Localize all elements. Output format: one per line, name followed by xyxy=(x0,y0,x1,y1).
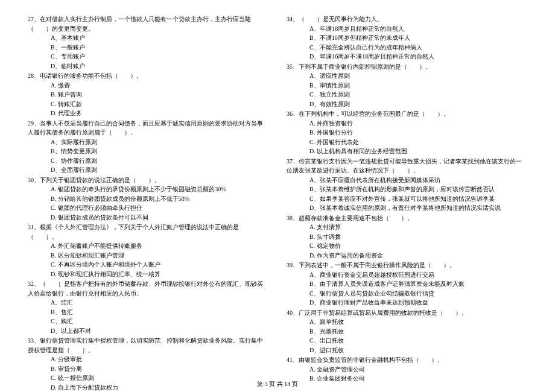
option: D、年满16周岁不满18周岁且精神正常的自然人 xyxy=(309,52,527,62)
option-list: A、商业银行资金交易员超越授权范围进行交易B、由于清算人员失误造成客户证券清算资… xyxy=(287,270,527,308)
question-stem: 27、在对借款人实行主办行制后，一个借款人只能有一个贷款主办行，主办行应当随（ … xyxy=(28,14,268,33)
option: B. 头寸调拨 xyxy=(309,232,527,242)
option-list: A. 银团贷款的牵头行的承贷份额原则上不少于银团融资总额的30%B. 分销给其他… xyxy=(28,185,268,222)
option: D. 以上机构具有相同的业务经营范围 xyxy=(309,147,527,156)
option: B、不满10周岁但精神正常的未成年人 xyxy=(309,33,527,43)
option: A、年满18周岁且精神正常的自然人 xyxy=(309,24,527,34)
option: D、进口托收 xyxy=(309,346,527,355)
option-list: A、适应性原则B、审慎性原则C、独立性原则D、有效性原则 xyxy=(287,71,527,109)
option-list: A. 支付清算B. 头寸调拨C. 稳定物价D. 作为资产运用的备用资金 xyxy=(287,223,527,260)
option: D、有效性原则 xyxy=(309,100,527,109)
option: D. 现钞和现汇执行相同的汇率、统一核算 xyxy=(51,270,268,279)
option: A. 分级审批 xyxy=(51,355,268,364)
option: C、如果李某答应不对外宣传，张某就可以将他所知道的情况告诉李某 xyxy=(309,194,527,204)
question-stem: 41、由银监会负责监管的非银行金融机构不包括（ ）。 xyxy=(287,355,527,365)
question-stem: 40、广泛用于非贸易结算或贸易从属费用的收款的托收是（ ）。 xyxy=(287,308,527,318)
option-list: A、基本账户B、一般账户C、专用账户D、临时账户 xyxy=(28,33,268,71)
option: B、情势变更原则 xyxy=(51,147,268,156)
question-stem: 29、当事人不仅适当履行自己的合同债务，而且应基于诚实信用原则的要求协助对方当事… xyxy=(28,119,268,138)
option: C. 银团的代理行必须由牵头行担任 xyxy=(51,203,268,213)
option: C、购汇 xyxy=(51,317,268,326)
two-column-layout: 27、在对借款人实行主办行制后，一个借款人只能有一个贷款主办行，主办行应当随（ … xyxy=(28,14,527,392)
option: B、光票托收 xyxy=(309,327,527,337)
option: B、审慎性原则 xyxy=(309,81,527,90)
question: 27、在对借款人实行主办行制后，一个借款人只能有一个贷款主办行，主办行应当随（ … xyxy=(28,14,268,71)
option: A. 外商独资银行 xyxy=(309,119,527,128)
question: 39、下列表述中，一般不属于商业银行操作风险的是（ ）。A、商业银行资金交易员超… xyxy=(287,261,527,308)
option-list: A. 外汇储蓄账户不能提供转账服务B. 区分现钞和现汇账户管理C. 不再区分境内… xyxy=(28,241,268,279)
question: 30、下列关于银团贷款的说法正确的是（ ）。A. 银团贷款的牵头行的承贷份额原则… xyxy=(28,175,268,223)
option: B. 审贷分离 xyxy=(51,364,268,374)
option: B、售汇 xyxy=(51,308,268,317)
option: B. 区分现钞和现汇账户管理 xyxy=(51,251,268,261)
option-list: A、跟单托收B、光票托收C、出口托收D、进口托收 xyxy=(287,317,527,355)
option: C. 外国银行代表处 xyxy=(309,138,527,147)
question-stem: 35、下列不属于商业银行内部控制原则的是（ ）。 xyxy=(287,62,527,72)
option: C、银行信贷人员与贷款企业勾结骗取银行信贷 xyxy=(309,289,527,299)
option: C、不能完全辨认自己行为的成年精神病人 xyxy=(309,43,527,52)
question-stem: 33、银行信贷管理实行集中授权管理，以切实防范、控制和化解贷款业务风险。实行集中… xyxy=(28,336,268,355)
question-stem: 32、（ ）是指客户把持有的外币储蓄存款、外币现钞按银行对外公布的现汇、现钞买入… xyxy=(28,279,268,298)
question-stem: 28、电话银行的服务功能不包括（ ）。 xyxy=(28,71,268,81)
question: 29、当事人不仅适当履行自己的合同债务，而且应基于诚实信用原则的要求协助对方当事… xyxy=(28,119,268,175)
question: 37、传言某银行支行因为一笔违规批贷可能导致重大损失，记者李某找到他在该支行的一… xyxy=(287,157,527,213)
option: B. 外国银行分行 xyxy=(309,128,527,138)
option: A、商业银行资金交易员超越授权范围进行交易 xyxy=(309,270,527,280)
option: A、结汇 xyxy=(51,298,268,308)
question-stem: 37、传言某银行支行因为一笔违规批贷可能导致重大损失，记者李某找到他在该支行的一… xyxy=(287,157,527,175)
question: 36、在下列机构中，可以经营的业务范围最广的是（ ）。A. 外商独资银行B. 外… xyxy=(287,109,527,156)
question-stem: 36、在下列机构中，可以经营的业务范围最广的是（ ）。 xyxy=(287,109,527,119)
option: C. 不再区分境内个人账户和境外个人账户 xyxy=(51,260,268,270)
option: D、临时账户 xyxy=(51,62,268,71)
option: B. 账户咨询 xyxy=(51,90,268,100)
option: A、适应性原则 xyxy=(309,71,527,81)
option: A. 外汇储蓄账户不能提供转账服务 xyxy=(51,241,268,251)
option: A. 金融资产管理公司 xyxy=(309,365,527,375)
question: 31、根据《个人外汇管理办法》，下列关于个人外汇账户管理的说法中正确的是（ ）。… xyxy=(28,223,268,279)
left-column: 27、在对借款人实行主办行制后，一个借款人只能有一个贷款主办行，主办行应当随（ … xyxy=(28,14,268,392)
question-stem: 39、下列表述中，一般不属于商业银行操作风险的是（ ）。 xyxy=(287,261,527,270)
option: C、专用账户 xyxy=(51,52,268,62)
option: D. 代理业务 xyxy=(51,109,268,118)
option: D、商业银行理财产品收益率未达到预期收益 xyxy=(309,298,527,308)
question-stem: 34、（ ）是无民事行为能力人。 xyxy=(287,14,527,24)
option: B、由于清算人员失误造成客户证券清算资金未能及时入账 xyxy=(309,279,527,289)
option: C. 稳定物价 xyxy=(309,241,527,251)
option: A. 缴费 xyxy=(51,81,268,90)
right-column: 34、（ ）是无民事行为能力人。A、年满18周岁且精神正常的自然人B、不满10周… xyxy=(287,14,527,392)
option: B、一般账户 xyxy=(51,43,268,52)
option: D、全面履行原则 xyxy=(51,165,268,175)
question: 34、（ ）是无民事行为能力人。A、年满18周岁且精神正常的自然人B、不满10周… xyxy=(287,14,527,62)
question: 40、广泛用于非贸易结算或贸易从属费用的收款的托收是（ ）。A、跟单托收B、光票… xyxy=(287,308,527,355)
option: A. 支付清算 xyxy=(309,223,527,232)
option: B. 分销给其他银团贷款成员的份额原则上不低于50% xyxy=(51,194,268,204)
option: C、独立性原则 xyxy=(309,90,527,100)
question-stem: 38、超额存款准备金主要用途不包括（ ）。 xyxy=(287,213,527,223)
option-list: A、结汇B、售汇C、购汇D、以上都不对 xyxy=(28,298,268,335)
question: 35、下列不属于商业银行内部控制原则的是（ ）。A、适应性原则B、审慎性原则C、… xyxy=(287,62,527,109)
option: C、协作履行原则 xyxy=(51,156,268,166)
option: C. 转账汇款 xyxy=(51,100,268,109)
option: A、基本账户 xyxy=(51,33,268,43)
option-list: A、张某不应擅自代表所在机构接受新闻媒体采访B、张某本着维护所在机构的形象和声誉… xyxy=(287,175,527,213)
option-list: A、实际履行原则B、情势变更原则C、协作履行原则D、全面履行原则 xyxy=(28,138,268,175)
option: A、张某不应擅自代表所在机构接受新闻媒体采访 xyxy=(309,175,527,185)
option-list: A. 外商独资银行B. 外国银行分行C. 外国银行代表处D. 以上机构具有相同的… xyxy=(287,119,527,156)
option: A、实际履行原则 xyxy=(51,138,268,147)
option-list: A. 缴费B. 账户咨询C. 转账汇款D. 代理业务 xyxy=(28,81,268,118)
option: D、以上都不对 xyxy=(51,326,268,336)
question-stem: 31、根据《个人外汇管理办法》，下列关于个人外汇账户管理的说法中正确的是（ ）。 xyxy=(28,223,268,241)
option-list: A、年满18周岁且精神正常的自然人B、不满10周岁但精神正常的未成年人C、不能完… xyxy=(287,24,527,62)
option: A、跟单托收 xyxy=(309,317,527,327)
question: 28、电话银行的服务功能不包括（ ）。A. 缴费B. 账户咨询C. 转账汇款D.… xyxy=(28,71,268,118)
option: A. 银团贷款的牵头行的承贷份额原则上不少于银团融资总额的30% xyxy=(51,185,268,194)
option: D. 作为资产运用的备用资金 xyxy=(309,251,527,261)
option: C、出口托收 xyxy=(309,336,527,346)
page-footer: 第 3 页 共 14 页 xyxy=(0,379,555,389)
question: 38、超额存款准备金主要用途不包括（ ）。A. 支付清算B. 头寸调拨C. 稳定… xyxy=(287,213,527,261)
option: D. 银团贷款成员的贷款条件可以不同 xyxy=(51,213,268,223)
question-stem: 30、下列关于银团贷款的说法正确的是（ ）。 xyxy=(28,175,268,185)
option: B、张某本着维护所在机构的形象和声誉的原则，应对该传言断然否认 xyxy=(309,185,527,194)
option: D、张某本着诚实信用的原则，有责任对李某将他所知道的情况实话实说 xyxy=(309,203,527,213)
question: 32、（ ）是指客户把持有的外币储蓄存款、外币现钞按银行对外公布的现汇、现钞买入… xyxy=(28,279,268,335)
